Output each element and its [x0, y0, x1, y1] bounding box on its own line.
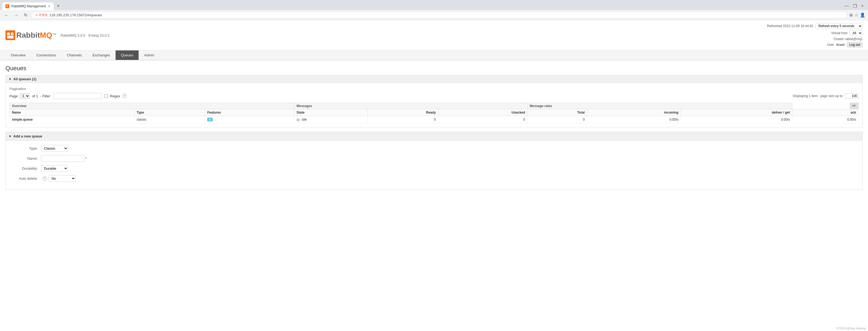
- feature-badge-d: D: [207, 118, 213, 122]
- auto-delete-select[interactable]: NoYes: [49, 175, 76, 182]
- tab-title: RabbitMQ Management: [11, 4, 46, 8]
- displaying-info: Displaying 1 item , page size up to:: [793, 93, 859, 99]
- page-select[interactable]: 1: [20, 93, 30, 99]
- durability-label: Durability:: [11, 166, 41, 170]
- name-label: Name:: [11, 157, 41, 161]
- active-tab[interactable]: R RabbitMQ Management ×: [2, 2, 54, 10]
- type-label: Type:: [11, 146, 41, 151]
- nav-queues[interactable]: Queues: [116, 51, 139, 60]
- all-queues-section-header[interactable]: ▼ All queues (1): [5, 75, 863, 83]
- profile-icon[interactable]: 👤: [860, 12, 865, 18]
- translate-icon[interactable]: ⊕: [849, 12, 853, 18]
- regex-label: Regex: [110, 94, 120, 98]
- address-bar: ← → ↻ ⚠ 不安全 118.195.235.176:15672/#/queu…: [0, 10, 868, 20]
- table-row[interactable]: simple.queue classic D idle 0 0 0: [10, 116, 859, 123]
- nav-overview[interactable]: Overview: [5, 51, 31, 60]
- pagination-label: Pagination: [9, 87, 859, 91]
- logo-mq: MQ: [40, 31, 52, 39]
- logo-tm: TM: [53, 33, 56, 35]
- rabbitmq-logo-icon: [5, 30, 15, 40]
- svg-rect-1: [7, 33, 10, 35]
- name-input[interactable]: [41, 155, 84, 162]
- queue-name-cell[interactable]: simple.queue: [10, 116, 134, 123]
- add-queue-label: Add a new queue: [13, 134, 42, 138]
- messages-group-header: Messages: [294, 103, 528, 109]
- overview-group-header: Overview: [10, 103, 294, 109]
- svg-rect-0: [5, 30, 15, 40]
- type-select[interactable]: ClassicQuorumStream: [41, 145, 68, 152]
- minimize-button[interactable]: —: [844, 3, 849, 9]
- page-title: Queues: [5, 65, 863, 72]
- queue-ready-cell: 0: [368, 116, 438, 123]
- bookmark-icon[interactable]: ☆: [855, 12, 858, 18]
- nav-bar: Overview Connections Channels Exchanges …: [0, 51, 868, 61]
- columns-toggle-button[interactable]: +/-: [850, 103, 859, 109]
- col-incoming[interactable]: incoming: [587, 109, 681, 116]
- page-size-input[interactable]: [845, 93, 859, 99]
- nav-connections[interactable]: Connections: [31, 51, 61, 60]
- durability-form-row: Durability: DurableTransient: [11, 165, 857, 172]
- col-features[interactable]: Features: [205, 109, 294, 116]
- address-input[interactable]: ⚠ 不安全 118.195.235.176:15672/#/queues: [31, 12, 847, 19]
- auto-delete-label: Auto delete:: [11, 176, 41, 180]
- user-row: User itcast Log out: [827, 42, 863, 47]
- forward-button[interactable]: →: [12, 12, 20, 18]
- close-button[interactable]: ×: [861, 3, 864, 9]
- restore-button[interactable]: ❐: [853, 3, 857, 9]
- tab-bar: R RabbitMQ Management × + — ❐ ×: [0, 0, 868, 10]
- nav-channels[interactable]: Channels: [61, 51, 87, 60]
- rabbitmq-version: RabbitMQ 3.8.5: [61, 33, 85, 37]
- queue-table-container: +/- Overview Messages Message rates Name…: [9, 103, 859, 123]
- tab-close-button[interactable]: ×: [48, 4, 50, 8]
- queue-features-cell: D: [205, 116, 294, 123]
- header-right: Refreshed 2022-11-09 16:44:42 No refresh…: [767, 23, 863, 47]
- auto-delete-form-row: Auto delete: ? NoYes: [11, 175, 857, 182]
- regex-checkbox[interactable]: [104, 94, 108, 98]
- pagination-row: Page 1 of 1 - Filter: Regex ? Displaying…: [9, 93, 859, 99]
- queue-ack-cell: 0.00/s: [792, 116, 858, 123]
- nav-exchanges[interactable]: Exchanges: [87, 51, 115, 60]
- cluster-row: Cluster rabbit@mq1: [834, 37, 863, 41]
- auto-delete-help-icon[interactable]: ?: [42, 176, 47, 181]
- back-button[interactable]: ←: [3, 12, 10, 18]
- vhost-select[interactable]: All: [849, 30, 863, 36]
- regex-help-icon[interactable]: ?: [122, 94, 127, 98]
- nav-admin[interactable]: Admin: [138, 51, 159, 60]
- col-unacked[interactable]: Unacked: [438, 109, 527, 116]
- refresh-row: Refreshed 2022-11-09 16:44:42 No refresh…: [767, 23, 863, 29]
- add-queue-section-header[interactable]: ▼ Add a new queue: [5, 132, 863, 141]
- col-deliver-get[interactable]: deliver / get: [681, 109, 792, 116]
- col-ready[interactable]: Ready: [368, 109, 438, 116]
- window-controls: — ❐ ×: [844, 3, 866, 9]
- page-label: Page: [9, 94, 18, 98]
- durability-select[interactable]: DurableTransient: [41, 165, 68, 172]
- col-ack[interactable]: ack: [792, 109, 858, 116]
- queue-state-cell: idle: [294, 116, 368, 123]
- erlang-version: Erlang 23.0.2: [88, 33, 109, 37]
- col-state[interactable]: State: [294, 109, 368, 116]
- tab-favicon: R: [5, 4, 9, 8]
- new-tab-button[interactable]: +: [56, 2, 61, 10]
- type-form-row: Type: ClassicQuorumStream: [11, 145, 857, 152]
- queue-incoming-cell: 0.00/s: [587, 116, 681, 123]
- refresh-select[interactable]: No refreshRefresh every 5 secondsRefresh…: [815, 23, 863, 29]
- svg-rect-3: [7, 36, 13, 38]
- required-star: *: [86, 157, 87, 161]
- logout-button[interactable]: Log out: [847, 42, 863, 47]
- filter-input[interactable]: [54, 93, 102, 99]
- filter-label: - Filter:: [40, 94, 51, 98]
- logo-rabbit: Rabbit: [16, 31, 40, 39]
- col-name[interactable]: Name: [10, 109, 134, 116]
- queue-unacked-cell: 0: [438, 116, 527, 123]
- version-info: RabbitMQ 3.8.5 Erlang 23.0.2: [61, 33, 109, 37]
- displaying-label: Displaying 1 item , page size up to:: [793, 94, 843, 98]
- vhost-row: Virtual host All: [831, 30, 863, 36]
- chevron-down-icon: ▼: [8, 77, 12, 81]
- table-col-headers: Name Type Features State Ready Unacked T…: [10, 109, 859, 116]
- app-header: RabbitMQTM RabbitMQ 3.8.5 Erlang 23.0.2 …: [0, 20, 868, 51]
- reload-button[interactable]: ↻: [22, 12, 29, 18]
- queue-type-cell: classic: [134, 116, 205, 123]
- col-total[interactable]: Total: [527, 109, 587, 116]
- main-content: Queues ▼ All queues (1) Pagination Page …: [0, 61, 868, 194]
- col-type[interactable]: Type: [134, 109, 205, 116]
